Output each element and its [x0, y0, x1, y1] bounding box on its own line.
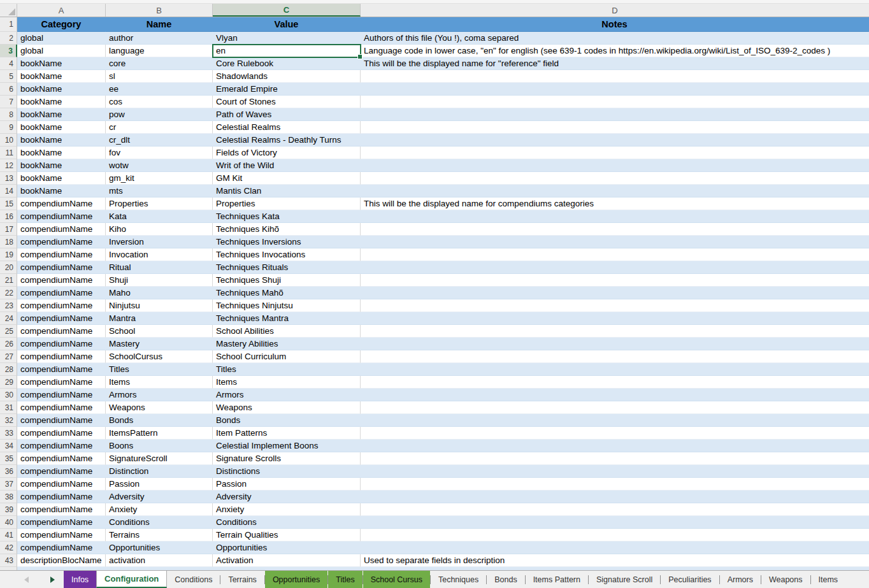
cell-category[interactable]: compendiumName: [17, 236, 106, 248]
cell-notes[interactable]: [361, 529, 869, 541]
cell-name[interactable]: Boons: [106, 440, 213, 452]
cell-value[interactable]: Weapons: [213, 401, 361, 414]
cell-notes[interactable]: [361, 185, 869, 197]
row-header[interactable]: 22: [0, 287, 17, 299]
cell-notes[interactable]: [361, 236, 869, 248]
tabs-scroll-left-icon[interactable]: [24, 577, 29, 583]
cell-name[interactable]: gm_kit: [106, 172, 213, 185]
cell-category[interactable]: compendiumName: [17, 287, 106, 299]
cell-notes[interactable]: [361, 147, 869, 159]
sheet-tab-terrains[interactable]: Terrains: [220, 571, 264, 588]
cell-notes[interactable]: This will be the displayed name for comp…: [361, 197, 869, 210]
row-header[interactable]: 23: [0, 299, 17, 312]
cell-category[interactable]: compendiumName: [17, 261, 106, 274]
cell-category[interactable]: compendiumName: [17, 491, 106, 503]
row-header[interactable]: 35: [0, 452, 17, 465]
cell-category[interactable]: bookName: [17, 159, 106, 172]
cell-value[interactable]: Techniques Mantra: [213, 312, 361, 325]
row-header[interactable]: 31: [0, 401, 17, 414]
cell-notes[interactable]: [361, 401, 869, 414]
cell-notes[interactable]: [361, 248, 869, 261]
cell-notes[interactable]: Language code in lower case, "en" for en…: [361, 45, 869, 57]
cell-value[interactable]: School Abilities: [213, 325, 361, 338]
cell-value[interactable]: GM Kit: [213, 172, 361, 185]
row-header[interactable]: 43: [0, 554, 17, 567]
cell-value[interactable]: Mastery Abilities: [213, 338, 361, 350]
cell-category[interactable]: descriptionBlocName: [17, 554, 106, 567]
cell-value[interactable]: Armors: [213, 389, 361, 401]
cell-name[interactable]: cr_dlt: [106, 134, 213, 147]
row-header[interactable]: 11: [0, 147, 17, 159]
row-header[interactable]: 40: [0, 516, 17, 529]
cell-name[interactable]: Maho: [106, 287, 213, 299]
cell-name[interactable]: Bonds: [106, 414, 213, 427]
cell-notes[interactable]: [361, 427, 869, 440]
cell-name[interactable]: Titles: [106, 363, 213, 376]
row-header[interactable]: 18: [0, 236, 17, 248]
cell-category[interactable]: compendiumName: [17, 529, 106, 541]
cell-name[interactable]: cos: [106, 96, 213, 108]
row-header[interactable]: 29: [0, 376, 17, 389]
cell-value[interactable]: Opportunities: [213, 541, 361, 554]
cell-name[interactable]: Kata: [106, 210, 213, 223]
cell-name[interactable]: cr: [106, 121, 213, 134]
select-all-corner[interactable]: [0, 4, 17, 17]
cell-category[interactable]: compendiumName: [17, 350, 106, 363]
cell-value[interactable]: Fields of Victory: [213, 147, 361, 159]
cell-value[interactable]: Item Patterns: [213, 427, 361, 440]
cell-notes[interactable]: [361, 325, 869, 338]
cell-category[interactable]: compendiumName: [17, 338, 106, 350]
sheet-tab-techniques[interactable]: Techniques: [431, 571, 486, 588]
cell-category[interactable]: global: [17, 45, 106, 57]
tabs-scroll-right-icon[interactable]: [50, 577, 55, 583]
cell-value[interactable]: Techniques Ninjutsu: [213, 299, 361, 312]
cell-notes[interactable]: [361, 440, 869, 452]
cell-category[interactable]: compendiumName: [17, 274, 106, 287]
sheet-tab-school-cursus[interactable]: School Cursus: [363, 571, 430, 588]
row-header[interactable]: 5: [0, 70, 17, 83]
cell-notes[interactable]: [361, 516, 869, 529]
cell-category[interactable]: compendiumName: [17, 312, 106, 325]
cell-notes[interactable]: [361, 452, 869, 465]
cell-category[interactable]: compendiumName: [17, 503, 106, 516]
sheet-tab-peculiarities[interactable]: Peculiarities: [661, 571, 719, 588]
column-header-d[interactable]: D: [361, 4, 869, 17]
cell-category[interactable]: compendiumName: [17, 465, 106, 478]
row-header[interactable]: 33: [0, 427, 17, 440]
cell-name[interactable]: Mantra: [106, 312, 213, 325]
cell-notes[interactable]: This will be the displayed name for "ref…: [361, 57, 869, 70]
cell-notes[interactable]: [361, 96, 869, 108]
cell-value[interactable]: Emerald Empire: [213, 83, 361, 96]
cell-category[interactable]: compendiumName: [17, 452, 106, 465]
cell-notes[interactable]: [361, 541, 869, 554]
sheet-tab-configuration[interactable]: Configuration: [96, 571, 167, 588]
cell-notes[interactable]: [361, 491, 869, 503]
cell-name[interactable]: SchoolCursus: [106, 350, 213, 363]
row-header[interactable]: 6: [0, 83, 17, 96]
cell-category[interactable]: compendiumName: [17, 248, 106, 261]
row-header[interactable]: 3: [0, 45, 17, 57]
row-header[interactable]: 20: [0, 261, 17, 274]
cell-value[interactable]: Techniques Invocations: [213, 248, 361, 261]
cell-name[interactable]: Conditions: [106, 516, 213, 529]
row-header[interactable]: 9: [0, 121, 17, 134]
cell-category[interactable]: bookName: [17, 57, 106, 70]
cell-value[interactable]: en: [213, 45, 361, 57]
cell-notes[interactable]: [361, 414, 869, 427]
cell-notes[interactable]: [361, 363, 869, 376]
cell-name[interactable]: language: [106, 45, 213, 57]
cell-value[interactable]: Bonds: [213, 414, 361, 427]
sheet-tab-armors[interactable]: Armors: [720, 571, 761, 588]
row-header[interactable]: 26: [0, 338, 17, 350]
cell-category[interactable]: bookName: [17, 96, 106, 108]
cell-value[interactable]: Techniques Shuji: [213, 274, 361, 287]
row-header[interactable]: 12: [0, 159, 17, 172]
sheet-tab-items[interactable]: Items: [811, 571, 846, 588]
cell-notes[interactable]: [361, 223, 869, 236]
cell-name[interactable]: SignatureScroll: [106, 452, 213, 465]
cell-value[interactable]: Techniques Kihõ: [213, 223, 361, 236]
sheet-tab-bonds[interactable]: Bonds: [487, 571, 524, 588]
cell-notes[interactable]: [361, 210, 869, 223]
cell-name[interactable]: pow: [106, 108, 213, 121]
row-header[interactable]: 27: [0, 350, 17, 363]
